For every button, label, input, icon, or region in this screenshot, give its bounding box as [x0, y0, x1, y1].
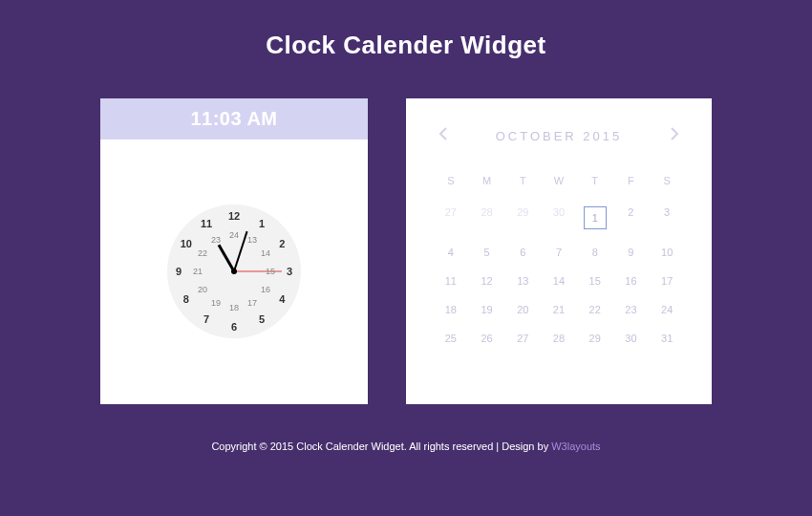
clock-hour-20: 20: [198, 285, 207, 294]
calendar-day[interactable]: 1: [577, 198, 613, 238]
footer: Copyright © 2015 Clock Calender Widget. …: [211, 441, 600, 452]
clock-hour-4: 4: [279, 293, 285, 305]
clock-card: 11:03 AM 1212345678910112413141516171819…: [100, 98, 368, 404]
dow-header: W: [541, 169, 577, 198]
calendar-day[interactable]: 30: [613, 324, 650, 353]
calendar-card: OCTOBER 2015 SMTWTFS27282930123456789101…: [406, 98, 712, 404]
dow-header: S: [649, 169, 685, 198]
clock-hour-6: 6: [231, 321, 237, 333]
calendar-day[interactable]: 6: [504, 238, 541, 267]
calendar-day[interactable]: 25: [433, 324, 469, 353]
card-row: 11:03 AM 1212345678910112413141516171819…: [100, 98, 712, 404]
dow-header: M: [469, 169, 505, 198]
clock-hour-2: 2: [279, 238, 285, 249]
calendar-day[interactable]: 22: [577, 295, 613, 324]
clock-hour-22: 22: [198, 248, 207, 258]
calendar-day[interactable]: 23: [613, 295, 650, 324]
calendar-day[interactable]: 29: [577, 324, 613, 353]
clock-hour-23: 23: [211, 235, 221, 245]
calendar-day[interactable]: 17: [649, 267, 685, 295]
calendar-header: OCTOBER 2015: [433, 123, 685, 148]
clock-hour-3: 3: [287, 266, 292, 277]
calendar-day[interactable]: 30: [541, 198, 577, 238]
calendar-day[interactable]: 15: [577, 267, 613, 295]
clock-body: 121234567891011241314151617181920212223: [100, 140, 368, 403]
calendar-day[interactable]: 2: [613, 198, 650, 238]
clock-hour-13: 13: [247, 235, 257, 245]
calendar-grid: SMTWTFS272829301234567891011121314151617…: [433, 169, 685, 353]
calendar-day[interactable]: 26: [469, 324, 505, 353]
clock-hour-7: 7: [203, 313, 209, 325]
calendar-day[interactable]: 21: [541, 295, 577, 324]
w3layouts-link[interactable]: W3layouts: [551, 441, 600, 452]
calendar-day[interactable]: 5: [469, 238, 505, 267]
calendar-day[interactable]: 29: [504, 198, 541, 238]
calendar-day[interactable]: 31: [649, 324, 685, 353]
dow-header: S: [433, 169, 469, 198]
month-label: OCTOBER 2015: [496, 129, 623, 143]
calendar-day[interactable]: 9: [613, 238, 650, 267]
clock-hour-14: 14: [261, 248, 270, 258]
clock-hour-19: 19: [211, 298, 221, 308]
calendar-day[interactable]: 7: [541, 238, 577, 267]
clock-hour-10: 10: [181, 238, 192, 249]
clock-time: 11:03 AM: [100, 98, 368, 140]
clock-hour-1: 1: [259, 218, 265, 229]
clock-hour-11: 11: [201, 218, 212, 229]
calendar-day[interactable]: 14: [541, 267, 577, 295]
clock-hour-18: 18: [229, 303, 239, 312]
calendar-day[interactable]: 27: [504, 324, 541, 353]
calendar-day[interactable]: 10: [649, 238, 685, 267]
clock-hour-9: 9: [176, 266, 182, 277]
calendar-day[interactable]: 4: [433, 238, 469, 267]
calendar-day[interactable]: 28: [469, 198, 505, 238]
calendar-day[interactable]: 24: [649, 295, 685, 324]
next-month-button[interactable]: [665, 123, 685, 148]
clock-hour-17: 17: [247, 298, 257, 308]
clock-hour-24: 24: [229, 230, 239, 240]
calendar-day[interactable]: 16: [613, 267, 650, 295]
clock-hour-21: 21: [193, 267, 203, 276]
clock-hour-8: 8: [183, 293, 189, 305]
copyright-text: Copyright © 2015 Clock Calender Widget. …: [211, 441, 551, 452]
calendar-day[interactable]: 3: [649, 198, 685, 238]
clock-hour-5: 5: [259, 313, 265, 325]
calendar-day[interactable]: 19: [469, 295, 505, 324]
calendar-day[interactable]: 20: [504, 295, 541, 324]
calendar-day[interactable]: 18: [433, 295, 469, 324]
prev-month-button[interactable]: [433, 123, 453, 148]
calendar-day[interactable]: 11: [433, 267, 469, 295]
clock-face: 121234567891011241314151617181920212223: [167, 204, 301, 338]
clock-hour-12: 12: [228, 210, 240, 222]
dow-header: T: [577, 169, 613, 198]
clock-center: [231, 269, 237, 274]
page-title: Clock Calender Widget: [266, 31, 545, 60]
dow-header: F: [613, 169, 650, 198]
dow-header: T: [504, 169, 541, 198]
clock-hour-16: 16: [261, 285, 270, 294]
calendar-day[interactable]: 28: [541, 324, 577, 353]
clock-hour-15: 15: [266, 267, 275, 276]
calendar-day[interactable]: 13: [504, 267, 541, 295]
calendar-day[interactable]: 27: [433, 198, 469, 238]
calendar-day[interactable]: 12: [469, 267, 505, 295]
calendar-day[interactable]: 8: [577, 238, 613, 267]
